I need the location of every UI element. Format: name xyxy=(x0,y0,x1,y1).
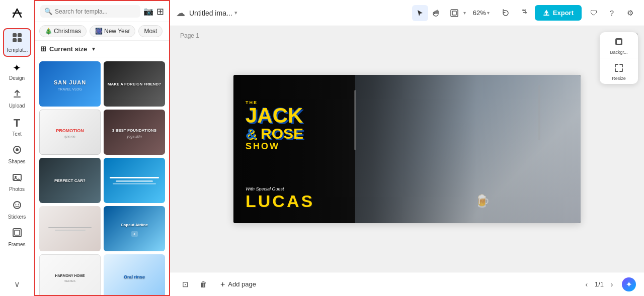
hand-tool-button[interactable] xyxy=(429,5,445,21)
copy-element-button[interactable]: ⊡ xyxy=(178,277,192,291)
sidebar-item-frames-label: Frames xyxy=(9,242,26,247)
christmas-label: Christmas xyxy=(54,28,81,35)
sidebar-item-text[interactable]: T Text xyxy=(3,114,31,140)
camera-search-icon[interactable]: 📷 xyxy=(143,7,153,16)
show-name-and-rose: & ROSE xyxy=(246,126,303,141)
template-card-san-juan[interactable]: SAN JUAN TRAVEL VLOG xyxy=(39,61,101,107)
guest-name: LUCAS xyxy=(246,191,314,211)
sidebar-item-frames[interactable]: Frames xyxy=(3,225,31,250)
sidebar-item-upload[interactable]: Upload xyxy=(3,86,31,112)
delete-element-button[interactable]: 🗑 xyxy=(196,277,210,291)
svg-point-15 xyxy=(18,204,19,205)
canvas-area: Page 1 ⊡ THE JACK & ROSE SHOW xyxy=(170,26,644,272)
search-input[interactable] xyxy=(55,8,136,15)
sidebar-item-photos-label: Photos xyxy=(9,186,25,192)
beer-icon: 🍺 xyxy=(475,194,490,208)
category-christmas[interactable]: 🎄 Christmas xyxy=(39,25,87,37)
resize-label: Resize xyxy=(612,76,626,81)
left-sidebar: Templat... ✦ Design Upload T Text Shapes… xyxy=(0,0,34,296)
svg-rect-6 xyxy=(13,38,17,42)
floating-panel: Backgr... Resize xyxy=(600,32,638,84)
sidebar-item-stickers[interactable]: Stickers xyxy=(3,197,31,223)
shield-icon-button[interactable]: 🛡 xyxy=(586,5,602,21)
svg-rect-5 xyxy=(18,33,22,37)
filter-icon[interactable]: ⊞ xyxy=(156,6,164,17)
page-indicator: 1/1 xyxy=(595,280,604,288)
svg-rect-8 xyxy=(14,96,21,97)
sidebar-item-shapes-label: Shapes xyxy=(9,159,26,164)
redo-button[interactable] xyxy=(515,5,531,21)
next-page-button[interactable]: › xyxy=(606,278,618,290)
stickers-icon xyxy=(12,200,22,213)
settings-button[interactable]: ⚙ xyxy=(622,5,638,21)
template-card-harmony[interactable]: HARMONY HOME SERIES xyxy=(39,254,101,295)
bottom-bar: ⊡ 🗑 + Add page ‹ 1/1 › ✦ xyxy=(170,272,644,296)
svg-rect-17 xyxy=(15,230,20,235)
template-card-promo[interactable]: PROMOTION $89.99 xyxy=(39,110,101,155)
template-card-car[interactable]: PERFECT CAR? xyxy=(39,158,101,203)
guest-section: With Special Guest LUCAS xyxy=(246,186,314,211)
sidebar-item-shapes[interactable]: Shapes xyxy=(3,142,31,167)
size-selector[interactable]: ⊞ Current size ▾ xyxy=(35,41,169,57)
cloud-save-icon: ☁ xyxy=(176,8,185,19)
doc-title-text: Untitled ima... xyxy=(189,9,232,17)
sidebar-item-design[interactable]: ✦ Design xyxy=(3,59,31,84)
svg-rect-18 xyxy=(451,10,458,17)
template-card-interior[interactable] xyxy=(39,206,101,251)
top-bar: ☁ Untitled ima... ▾ ▾ 62% ▾ xyxy=(170,0,644,26)
svg-rect-19 xyxy=(452,11,456,15)
frame-tool-button[interactable] xyxy=(446,5,462,21)
help-button[interactable]: ? xyxy=(604,5,620,21)
template-card-foreign[interactable]: MAKE A FOREIGN FRIEND? xyxy=(104,61,165,107)
template-card-oral[interactable]: Oral rinse xyxy=(104,254,165,295)
zoom-chevron-icon: ▾ xyxy=(487,10,490,16)
template-card-skin[interactable]: 3 BEST FOUNDATIONS yoga skin xyxy=(104,110,165,155)
category-most[interactable]: Most xyxy=(138,25,163,37)
canvas-content[interactable]: THE JACK & ROSE SHOW With Special Guest … xyxy=(233,75,581,223)
export-button[interactable]: Export xyxy=(535,5,582,21)
app-logo[interactable] xyxy=(8,4,26,22)
template-card-airline-blue[interactable] xyxy=(104,158,165,203)
undo-button[interactable] xyxy=(498,5,514,21)
zoom-control[interactable]: 62% ▾ xyxy=(469,7,494,19)
ai-assistant-button[interactable]: ✦ xyxy=(622,277,636,291)
top-bar-right: Export 🛡 ? ⚙ xyxy=(498,5,638,21)
sidebar-item-photos[interactable]: Photos xyxy=(3,169,31,195)
templates-icon xyxy=(12,32,23,46)
sidebar-item-stickers-label: Stickers xyxy=(8,214,26,220)
show-title-group: THE JACK & ROSE SHOW xyxy=(246,100,303,152)
sidebar-item-text-label: Text xyxy=(12,131,21,137)
prev-page-button[interactable]: ‹ xyxy=(581,278,593,290)
template-grid: SAN JUAN TRAVEL VLOG MAKE A FOREIGN FRIE… xyxy=(35,57,169,295)
year-label: New Year xyxy=(104,28,130,35)
undo-redo-group xyxy=(498,5,531,21)
text-icon: T xyxy=(14,117,20,130)
page-navigation: ‹ 1/1 › xyxy=(581,278,618,290)
right-area: ☁ Untitled ima... ▾ ▾ 62% ▾ xyxy=(170,0,644,296)
document-title[interactable]: Untitled ima... ▾ xyxy=(189,9,237,17)
resize-button[interactable]: Resize xyxy=(600,58,638,84)
background-button[interactable]: Backgr... xyxy=(600,32,638,58)
upload-icon xyxy=(12,89,22,102)
svg-rect-4 xyxy=(13,33,17,37)
photos-icon xyxy=(12,172,22,185)
svg-rect-21 xyxy=(617,40,621,44)
sidebar-item-templates-label: Templat... xyxy=(6,47,28,53)
svg-point-10 xyxy=(16,148,19,151)
add-page-button[interactable]: + Add page xyxy=(214,277,262,292)
select-tool-button[interactable] xyxy=(412,5,428,21)
search-input-wrap[interactable]: 🔍 xyxy=(40,5,140,18)
top-right-icons: 🛡 ? ⚙ xyxy=(586,5,638,21)
sidebar-item-templates[interactable]: Templat... xyxy=(3,28,31,57)
category-tags: 🎄 Christmas 🎆 New Year Most xyxy=(35,22,169,41)
category-new-year[interactable]: 🎆 New Year xyxy=(90,25,135,37)
template-card-airline2[interactable]: Capcut Airline ✈ xyxy=(104,206,165,251)
toolbar-tools: ▾ 62% ▾ xyxy=(412,5,494,21)
bottom-left-actions: ⊡ 🗑 + Add page xyxy=(178,277,262,292)
design-icon: ✦ xyxy=(13,62,21,74)
svg-point-14 xyxy=(15,204,16,205)
year-emoji: 🎆 xyxy=(95,28,103,35)
resize-icon xyxy=(614,63,623,74)
sidebar-expand-button[interactable]: ∨ xyxy=(9,276,25,292)
template-panel: 🔍 📷 ⊞ 🎄 Christmas 🎆 New Year Most ⊞ Curr… xyxy=(34,0,170,296)
